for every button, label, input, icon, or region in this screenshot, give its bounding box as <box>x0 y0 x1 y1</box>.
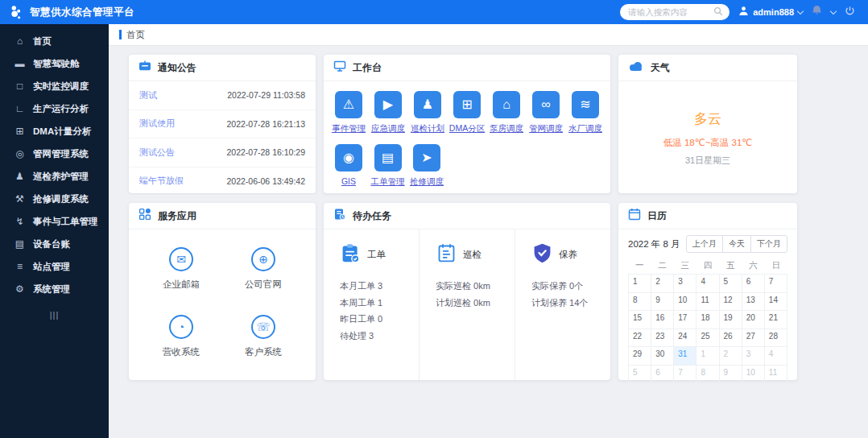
todo-line: 本月工单 3 <box>340 280 419 292</box>
calendar-day-cell[interactable]: 30 <box>651 347 674 366</box>
sidebar-menu-item[interactable]: □ 实时监控调度 <box>0 75 109 97</box>
workbench-app[interactable]: ≋ 水厂调度 <box>572 91 599 134</box>
workbench-app[interactable]: ♟ 巡检计划 <box>414 91 441 134</box>
sidebar-collapse-icon[interactable]: ||| <box>0 310 109 320</box>
search-input[interactable] <box>626 6 710 18</box>
sidebar-menu-item[interactable]: ⚙ 系统管理 <box>0 278 109 300</box>
workbench-app[interactable]: ▤ 工单管理 <box>374 144 402 188</box>
sidebar-menu-item[interactable]: ≡ 站点管理 <box>0 255 109 278</box>
calendar-day-cell[interactable]: 1 <box>629 275 651 293</box>
sidebar-menu-item[interactable]: ▬ 智慧驾驶舱 <box>0 52 109 75</box>
calendar-day-cell[interactable]: 29 <box>629 347 651 366</box>
user-menu[interactable]: admin888 <box>738 5 803 19</box>
calendar-day-cell[interactable]: 2 <box>651 275 674 293</box>
calendar-day-cell[interactable]: 8 <box>629 293 651 312</box>
prev-month-button[interactable]: 上个月 <box>686 235 723 253</box>
calendar-day-cell[interactable]: 3 <box>674 275 696 293</box>
sidebar-menu-item[interactable]: ∟ 生产运行分析 <box>0 97 109 120</box>
calendar-day-cell[interactable]: 5 <box>720 275 742 293</box>
notice-row: 测试使用 2022-07-28 16:21:13 <box>129 110 316 139</box>
calendar-day-cell[interactable]: 11 <box>696 293 719 312</box>
notice-link[interactable]: 测试使用 <box>139 118 175 130</box>
workbench-card-title: 工作台 <box>353 61 382 75</box>
sidebar-menu-item[interactable]: ◎ 管网管理系统 <box>0 143 109 165</box>
service-app[interactable]: ☏ 客户系统 <box>245 315 282 358</box>
workbench-app[interactable]: ⚠ 事件管理 <box>335 91 362 134</box>
calendar-day-cell[interactable]: 6 <box>742 275 765 293</box>
calendar-day-cell[interactable]: 27 <box>742 329 765 348</box>
notice-link[interactable]: 测试 <box>139 89 157 101</box>
calendar-day-cell[interactable]: 19 <box>720 311 742 329</box>
calendar-day-cell[interactable]: 20 <box>742 311 765 329</box>
calendar-day-cell[interactable]: 18 <box>696 311 719 329</box>
calendar-day-cell[interactable]: 14 <box>765 293 787 312</box>
workbench-app[interactable]: ◉ GIS <box>335 144 362 188</box>
sidebar-menu-item[interactable]: ⊞ DMA计量分析 <box>0 120 109 143</box>
workbench-app[interactable]: ▶ 应急调度 <box>374 91 402 134</box>
calendar-day-cell[interactable]: 15 <box>629 311 651 329</box>
service-app[interactable]: ✉ 企业邮箱 <box>163 247 200 291</box>
calendar-day-cell[interactable]: 5 <box>629 366 651 384</box>
calendar-day-cell[interactable]: 6 <box>651 366 674 384</box>
calendar-day-cell[interactable]: 11 <box>765 366 787 384</box>
calendar-day-cell[interactable]: 24 <box>674 329 696 348</box>
workbench-app[interactable]: ⌂ 泵房调度 <box>493 91 520 134</box>
sidebar-item-label: 管网管理系统 <box>33 148 89 160</box>
calendar-day-cell[interactable]: 12 <box>720 293 742 312</box>
calendar-card-title: 日历 <box>647 209 667 223</box>
search-box[interactable] <box>620 4 730 20</box>
notice-link[interactable]: 端午节放假 <box>139 175 184 187</box>
calendar-day-cell[interactable]: 2 <box>720 347 742 366</box>
calendar-day-cell[interactable]: 28 <box>765 329 787 348</box>
calendar-day-cell[interactable]: 21 <box>765 311 787 329</box>
service-app[interactable]: ⊕ 公司官网 <box>245 247 282 291</box>
calendar-day-cell[interactable]: 4 <box>765 347 787 366</box>
event-management-icon: ⚠ <box>335 91 362 118</box>
workbench-app[interactable]: ➤ 抢修调度 <box>413 144 440 188</box>
todo-workorder-col: 工单 本月工单 3本周工单 1昨日工单 0待处理 3 <box>324 229 420 380</box>
calendar-day-cell[interactable]: 9 <box>720 366 742 384</box>
calendar-day-cell[interactable]: 26 <box>720 329 742 348</box>
maintenance-shield-icon <box>531 242 553 267</box>
workbench-app[interactable]: ∞ 管网调度 <box>532 91 560 134</box>
today-button[interactable]: 今天 <box>722 235 751 253</box>
pipe-dispatch-icon: ∞ <box>532 91 560 118</box>
notice-link[interactable]: 测试公告 <box>139 147 175 159</box>
sidebar-item-label: 系统管理 <box>33 283 70 295</box>
notice-list: 测试 2022-07-29 11:03:58 测试使用 2022-07-28 1… <box>129 81 316 196</box>
calendar-day-cell[interactable]: 31 <box>674 347 696 366</box>
calendar-day-cell[interactable]: 10 <box>742 366 765 384</box>
calendar-day-cell[interactable]: 1 <box>696 347 719 366</box>
gis-icon: ◉ <box>335 144 362 171</box>
notification-bell-icon[interactable] <box>812 5 822 19</box>
sidebar-menu-item[interactable]: ▤ 设备台账 <box>0 233 109 255</box>
sidebar-menu-item[interactable]: ♟ 巡检养护管理 <box>0 165 109 188</box>
calendar-day-cell[interactable]: 16 <box>651 311 674 329</box>
logout-power-icon[interactable] <box>845 5 855 19</box>
email-icon: ✉ <box>169 247 193 271</box>
workbench-app[interactable]: ⊞ DMA分区 <box>453 91 481 134</box>
calendar-day-cell[interactable]: 7 <box>674 366 696 384</box>
tab-active-marker <box>119 30 122 39</box>
calendar-day-cell[interactable]: 3 <box>742 347 765 366</box>
calendar-day-cell[interactable]: 9 <box>651 293 674 312</box>
sidebar-menu-item[interactable]: ↯ 事件与工单管理 <box>0 210 109 233</box>
service-app[interactable]: ◔ 营收系统 <box>163 315 200 358</box>
calendar-day-cell[interactable]: 4 <box>696 275 719 293</box>
calendar-day-cell[interactable]: 25 <box>696 329 719 348</box>
calendar-day-cell[interactable]: 13 <box>742 293 765 312</box>
sidebar-menu-item[interactable]: ⌂ 首页 <box>0 30 109 52</box>
calendar-day-cell[interactable]: 8 <box>696 366 719 384</box>
calendar-day-cell[interactable]: 10 <box>674 293 696 312</box>
next-month-button[interactable]: 下个月 <box>750 235 787 253</box>
sidebar-menu-item[interactable]: ⚒ 抢修调度系统 <box>0 188 109 210</box>
search-icon[interactable] <box>713 5 723 19</box>
calendar-day-cell[interactable]: 22 <box>629 329 651 348</box>
tab-home[interactable]: 首页 <box>119 24 145 45</box>
calendar-day-cell[interactable]: 23 <box>651 329 674 348</box>
calendar-day-cell[interactable]: 7 <box>765 275 787 293</box>
chevron-down-icon[interactable] <box>830 7 837 14</box>
services-card: 服务应用 ✉ 企业邮箱 ⊕ 公司官网 ◔ 营收系统 ☏ 客户系统 <box>129 203 316 380</box>
calendar-day-cell[interactable]: 17 <box>674 311 696 329</box>
notice-card-title: 通知公告 <box>158 61 196 75</box>
